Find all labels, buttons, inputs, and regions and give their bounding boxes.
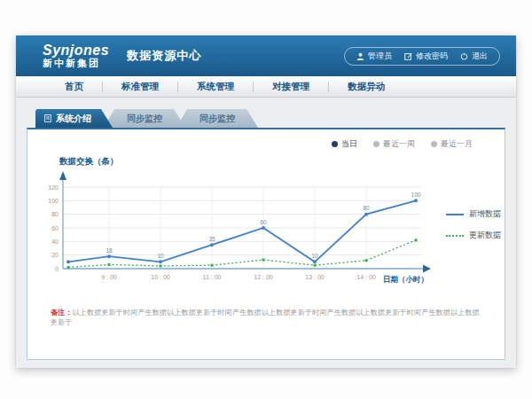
svg-text:40: 40 — [51, 239, 59, 245]
nav-item-data-change[interactable]: 数据异动 — [329, 81, 403, 93]
svg-text:35: 35 — [208, 236, 215, 242]
footnote: 备注：以上数据更新于时间产生数据以上数据更新于时间产生数据以上数据更新于时间产生… — [51, 308, 481, 327]
change-password-label: 修改密码 — [416, 51, 448, 62]
user-name-label: 管理员 — [368, 51, 392, 62]
legend-label: 更新数据 — [469, 230, 501, 241]
svg-text:60: 60 — [51, 225, 59, 231]
logo-text: Synjones — [43, 43, 109, 59]
radio-dot-icon — [332, 141, 338, 147]
logout-button[interactable]: 退出 — [460, 51, 488, 62]
svg-text:11 : 00: 11 : 00 — [203, 274, 222, 280]
main-nav: 首页 标准管理 系统管理 对接管理 数据异动 — [16, 76, 516, 98]
svg-text:120: 120 — [48, 184, 59, 191]
document-icon — [44, 114, 51, 122]
app-window: Synjones 新中新集团 数据资源中心 管理员 修改密码 退出 — [16, 35, 516, 368]
radio-last-week[interactable]: 最近一周 — [373, 138, 415, 150]
blue-line-swatch-icon — [446, 214, 464, 215]
logout-label: 退出 — [472, 51, 488, 62]
user-menu[interactable]: 管理员 — [356, 51, 392, 62]
tab-label: 系统介绍 — [56, 113, 91, 125]
user-icon — [356, 52, 364, 60]
radio-label: 当日 — [341, 138, 357, 150]
nav-item-interface-mgmt[interactable]: 对接管理 — [254, 81, 328, 93]
tab-label: 同步监控 — [200, 113, 235, 125]
svg-text:日期（小时）: 日期（小时） — [383, 275, 428, 284]
svg-text:13 : 00: 13 : 00 — [305, 274, 325, 280]
chart-panel: 当日 最近一周 最近一月 数据交换（条） 0204060801001209 : … — [27, 128, 505, 360]
svg-text:80: 80 — [363, 205, 370, 211]
svg-text:14 : 00: 14 : 00 — [356, 274, 376, 280]
tab-label: 同步监控 — [127, 113, 162, 125]
svg-text:100: 100 — [411, 192, 421, 198]
tab-bar: 系统介绍 同步监控 同步监控 — [35, 109, 505, 128]
svg-text:10: 10 — [157, 253, 164, 259]
svg-text:10: 10 — [311, 253, 318, 259]
change-password-button[interactable]: 修改密码 — [404, 51, 448, 62]
tab-sync-monitor-1[interactable]: 同步监控 — [104, 109, 185, 128]
power-icon — [460, 52, 468, 60]
logo-subtext: 新中新集团 — [43, 59, 109, 69]
user-toolbar: 管理员 修改密码 退出 — [344, 47, 500, 66]
radio-dot-icon — [431, 141, 437, 147]
svg-text:9 : 00: 9 : 00 — [101, 274, 117, 280]
y-axis-title: 数据交换（条） — [59, 156, 505, 168]
radio-last-month[interactable]: 最近一月 — [431, 138, 473, 150]
header-bar: Synjones 新中新集团 数据资源中心 管理员 修改密码 退出 — [16, 35, 516, 76]
page-title: 数据资源中心 — [127, 48, 201, 64]
svg-text:0: 0 — [55, 266, 59, 272]
range-filter: 当日 最近一周 最近一月 — [332, 138, 473, 150]
radio-label: 最近一月 — [441, 138, 473, 150]
chart-region: 0204060801001209 : 0010 : 0011 : 0012 : … — [27, 169, 505, 288]
content-area: 系统介绍 同步监控 同步监控 当日 最近一周 — [16, 98, 516, 368]
legend-item-new-data: 新增数据 — [446, 208, 501, 220]
chart-legend: 新增数据 更新数据 — [446, 169, 501, 288]
nav-item-standard-mgmt[interactable]: 标准管理 — [103, 81, 177, 93]
svg-text:80: 80 — [51, 211, 59, 217]
svg-text:100: 100 — [48, 198, 59, 204]
legend-item-updated-data: 更新数据 — [446, 230, 501, 241]
tab-sync-monitor-2[interactable]: 同步监控 — [176, 109, 258, 128]
line-chart: 0204060801001209 : 0010 : 0011 : 0012 : … — [40, 169, 435, 288]
radio-dot-icon — [373, 141, 379, 147]
nav-item-home[interactable]: 首页 — [46, 81, 102, 93]
svg-text:18: 18 — [106, 247, 113, 254]
radio-today[interactable]: 当日 — [332, 138, 357, 150]
nav-item-system-mgmt[interactable]: 系统管理 — [178, 81, 253, 93]
svg-text:20: 20 — [51, 252, 59, 258]
legend-label: 新增数据 — [469, 208, 501, 220]
svg-text:12 : 00: 12 : 00 — [254, 274, 273, 280]
radio-label: 最近一周 — [383, 138, 415, 150]
edit-icon — [404, 52, 412, 60]
footnote-prefix: 备注： — [51, 309, 73, 317]
logo[interactable]: Synjones 新中新集团 — [43, 43, 109, 68]
tab-system-intro[interactable]: 系统介绍 — [35, 109, 113, 128]
svg-text:10 : 00: 10 : 00 — [151, 274, 170, 280]
footnote-text: 以上数据更新于时间产生数据以上数据更新于时间产生数据以上数据更新于时间产生数据以… — [51, 309, 480, 326]
green-dotted-swatch-icon — [446, 235, 464, 237]
svg-text:60: 60 — [260, 219, 267, 225]
